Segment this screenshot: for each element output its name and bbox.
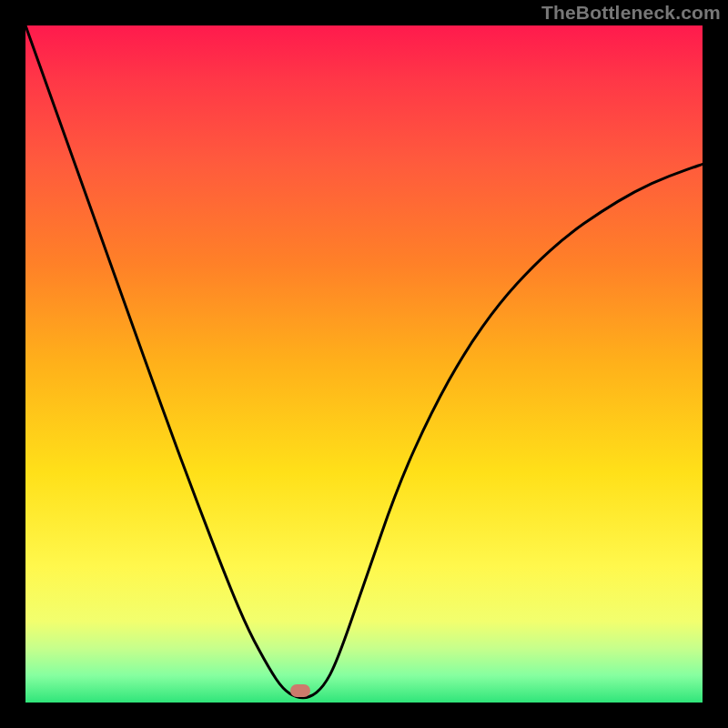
bottleneck-curve bbox=[25, 25, 703, 698]
watermark-text: TheBottleneck.com bbox=[541, 2, 721, 24]
minimum-marker bbox=[290, 684, 310, 697]
border-bottom bbox=[0, 703, 728, 728]
border-left bbox=[0, 0, 25, 728]
chart-frame: TheBottleneck.com bbox=[0, 0, 728, 728]
border-right bbox=[703, 0, 728, 728]
curve-svg bbox=[25, 25, 703, 703]
plot-area bbox=[25, 25, 703, 703]
